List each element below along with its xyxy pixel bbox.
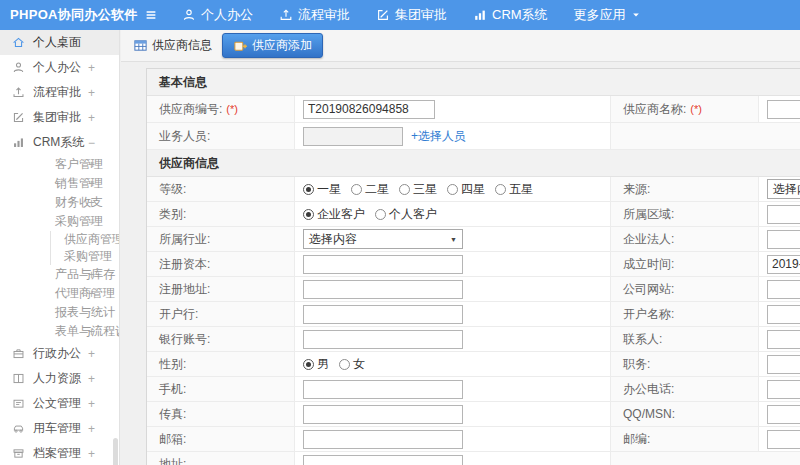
bank-branch-input[interactable]: [303, 305, 463, 324]
supplier-name-input[interactable]: [767, 100, 800, 119]
sidebar-item-vehicle-management[interactable]: 用车管理+: [0, 416, 119, 441]
grade-radio-1[interactable]: 二星: [351, 181, 389, 198]
label-text: 所属区域:: [623, 206, 674, 223]
qq-msn-input[interactable]: [767, 405, 800, 424]
expand-icon[interactable]: +: [88, 325, 95, 339]
gender-radio-1[interactable]: 女: [339, 356, 365, 373]
sidebar-item-label: 代理商管理: [55, 285, 115, 302]
radio-label: 一星: [317, 181, 341, 198]
office-phone-input[interactable]: [767, 380, 800, 399]
sidebar-item-finance-income-expense[interactable]: 财务收支+: [0, 193, 119, 212]
nav-item-workflow-approval[interactable]: 流程审批: [279, 6, 350, 24]
expand-icon[interactable]: +: [88, 86, 95, 100]
account-name-input[interactable]: [767, 305, 800, 324]
expand-icon[interactable]: +: [88, 347, 95, 361]
gender-radio-0[interactable]: 男: [303, 356, 329, 373]
nav-item-personal-office[interactable]: 个人办公: [182, 6, 253, 24]
sidebar-item-workflow-approval[interactable]: 流程审批+: [0, 80, 119, 105]
position-input[interactable]: [767, 355, 800, 374]
sidebar-item-document-management[interactable]: 公文管理+: [0, 391, 119, 416]
expand-icon[interactable]: +: [88, 61, 95, 75]
mobile-input[interactable]: [303, 380, 463, 399]
form-row: 邮箱:邮编:: [147, 427, 800, 452]
sidebar-item-sales-management[interactable]: 销售管理+: [0, 174, 119, 193]
sidebar-item-group-approval[interactable]: 集团审批+: [0, 105, 119, 130]
expand-icon[interactable]: +: [88, 397, 95, 411]
postcode-input[interactable]: [767, 430, 800, 449]
label-text: 注册资本:: [159, 256, 210, 273]
legal-person-input[interactable]: [767, 230, 800, 249]
nav-item-crm-system[interactable]: CRM系统: [473, 6, 548, 24]
collapse-icon[interactable]: −: [88, 136, 95, 150]
company-website-input[interactable]: [767, 280, 800, 299]
sidebar-item-label: 人力资源: [33, 370, 81, 387]
email-label: 邮箱:: [147, 427, 295, 451]
expand-icon[interactable]: +: [88, 177, 95, 191]
sidebar-item-reports-statistics[interactable]: 报表与统计: [0, 303, 119, 322]
sidebar-item-archive-management[interactable]: 档案管理+: [0, 441, 119, 465]
address-input[interactable]: [303, 455, 463, 465]
select-staff-link[interactable]: +选择人员: [411, 128, 466, 145]
bank-account-input[interactable]: [303, 330, 463, 349]
sidebar-item-label: 客户管理: [55, 156, 103, 173]
established-date-input[interactable]: [767, 255, 800, 274]
sidebar-item-supplier-management[interactable]: 供应商管理: [0, 231, 119, 248]
business-staff-input[interactable]: [303, 127, 403, 146]
sidebar-item-personal-office[interactable]: 个人办公+: [0, 55, 119, 80]
tab-supplier-add[interactable]: 供应商添加: [222, 33, 323, 58]
source-select[interactable]: 选择内容▼: [767, 179, 800, 199]
registered-capital-input[interactable]: [303, 255, 463, 274]
sidebar-item-crm-system[interactable]: CRM系统−: [0, 130, 119, 155]
contact-person-label: 联系人:: [611, 327, 759, 351]
expand-icon[interactable]: +: [88, 372, 95, 386]
sidebar-item-human-resources[interactable]: 人力资源+: [0, 366, 119, 391]
fax-input[interactable]: [303, 405, 463, 424]
email-field: [295, 427, 611, 451]
expand-icon[interactable]: +: [88, 287, 95, 301]
source-select-value: 选择内容: [773, 181, 800, 198]
menu-toggle-icon[interactable]: [144, 8, 158, 22]
sidebar-item-product-inventory[interactable]: 产品与库存+: [0, 265, 119, 284]
sidebar-item-admin-office[interactable]: 行政办公+: [0, 341, 119, 366]
supplier-code-input[interactable]: [303, 100, 435, 119]
expand-icon[interactable]: +: [88, 447, 95, 461]
people-icon: [12, 372, 25, 385]
category-radio-0[interactable]: 企业客户: [303, 206, 365, 223]
section-title: 供应商信息: [147, 150, 800, 177]
grade-radio-2[interactable]: 三星: [399, 181, 437, 198]
category-radio-1[interactable]: 个人客户: [375, 206, 437, 223]
add-icon: [233, 38, 248, 53]
grade-radio-0[interactable]: 一星: [303, 181, 341, 198]
sidebar-item-purchase-management-sub[interactable]: 采购管理: [0, 248, 119, 265]
expand-icon[interactable]: +: [88, 196, 95, 210]
contact-person-input[interactable]: [767, 330, 800, 349]
sidebar-item-agent-management[interactable]: 代理商管理+: [0, 284, 119, 303]
sidebar-item-personal-desktop[interactable]: 个人桌面: [0, 30, 119, 55]
grade-radio-4[interactable]: 五星: [495, 181, 533, 198]
sidebar-item-label: 供应商管理: [64, 231, 120, 248]
expand-icon[interactable]: +: [88, 158, 95, 172]
briefcase-icon: [12, 347, 25, 360]
region-input[interactable]: [767, 205, 800, 224]
label-text: 成立时间:: [623, 256, 674, 273]
tab-supplier-info[interactable]: 供应商信息: [133, 37, 212, 54]
registered-address-label: 注册地址:: [147, 277, 295, 301]
nav-item-group-approval[interactable]: 集团审批: [376, 6, 447, 24]
label-text: 银行账号:: [159, 331, 210, 348]
industry-select[interactable]: 选择内容▼: [303, 229, 463, 249]
sidebar-scrollbar-thumb[interactable]: [113, 438, 118, 465]
expand-icon[interactable]: +: [88, 268, 95, 282]
email-input[interactable]: [303, 430, 463, 449]
expand-icon[interactable]: +: [88, 422, 95, 436]
sidebar-item-customer-management[interactable]: 客户管理+: [0, 155, 119, 174]
sidebar-item-purchase-management[interactable]: 采购管理−: [0, 212, 119, 231]
grade-radio-3[interactable]: 四星: [447, 181, 485, 198]
nav-item-more-apps[interactable]: 更多应用: [574, 6, 641, 24]
collapse-icon[interactable]: −: [88, 215, 95, 229]
mobile-label: 手机:: [147, 377, 295, 401]
registered-address-input[interactable]: [303, 280, 463, 299]
sidebar-item-form-workflow-settings[interactable]: 表单与流程设置+: [0, 322, 119, 341]
expand-icon[interactable]: +: [88, 111, 95, 125]
sidebar-item-label: 流程审批: [33, 84, 81, 101]
sidebar-item-label: CRM系统: [33, 134, 84, 151]
